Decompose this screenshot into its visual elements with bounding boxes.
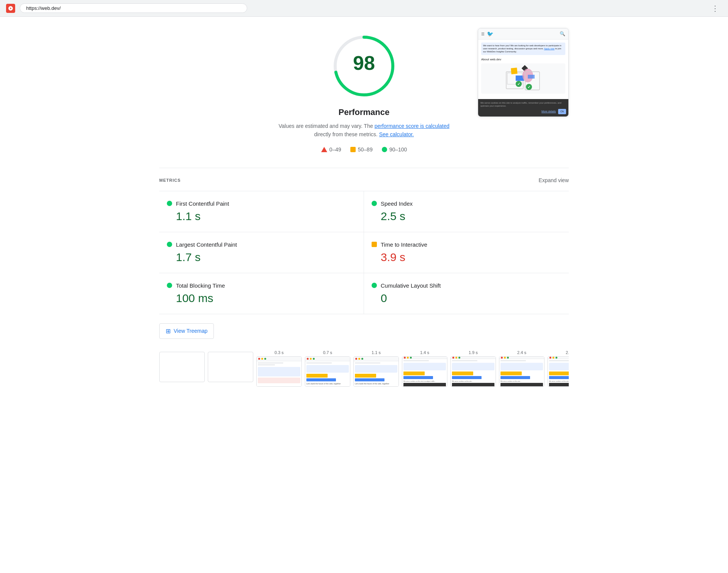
hamburger-icon: ☰: [481, 32, 485, 36]
frame-thumb-5: We serve cookies on this site to analyze…: [402, 356, 447, 387]
frame-thumb-7: We serve cookies on this site...: [499, 356, 544, 387]
frame-time-5: 1.4 s: [402, 350, 447, 355]
metric-cls-name-row: Cumulative Layout Shift: [372, 282, 561, 289]
filmstrip-frame-8: 2.9 s We serve cookies on this site...: [548, 350, 569, 387]
si-label: Speed Index: [381, 200, 413, 207]
frame-thumb-0: [159, 352, 205, 382]
cls-value: 0: [372, 292, 561, 305]
tti-status-dot: [372, 242, 377, 247]
score-circle-container: 98: [330, 32, 398, 101]
green-circle-icon: [382, 147, 387, 152]
frame-time-4: 1.1 s: [353, 350, 399, 355]
frame-thumb-2: [256, 356, 302, 387]
score-section: 98 Performance Values are estimated and …: [159, 32, 569, 153]
fcp-label: First Contentful Paint: [176, 200, 229, 207]
section-divider: [159, 168, 569, 168]
si-status-dot: [372, 201, 377, 206]
legend-item-green: 90–100: [382, 146, 407, 153]
si-value: 2.5 s: [372, 210, 561, 223]
filmstrip-frame-4: 1.1 s Let's build the future of the web,…: [353, 350, 399, 387]
browser-chrome: https://web.dev/ ⋮: [0, 0, 728, 17]
fcp-status-dot: [167, 201, 172, 206]
tbt-status-dot: [167, 283, 172, 288]
metrics-title: METRICS: [159, 178, 181, 183]
preview-footer: We serve cookies on this site to analyze…: [478, 99, 568, 117]
metric-lcp: Largest Contentful Paint 1.7 s: [159, 232, 364, 273]
svg-rect-14: [528, 75, 535, 79]
filmstrip-frame-1: [208, 350, 253, 387]
frame-time-7: 2.4 s: [499, 350, 544, 355]
cookie-ok-button[interactable]: Ok: [558, 109, 566, 114]
browser-menu-button[interactable]: ⋮: [708, 2, 722, 14]
performance-score-link[interactable]: performance score is calculated: [375, 123, 450, 129]
preview-illustration: ✓ ✓: [481, 63, 565, 94]
metrics-header: METRICS Expand view: [159, 177, 569, 183]
frame-time-6: 1.9 s: [450, 350, 496, 355]
view-treemap-button[interactable]: ⊞ View Treemap: [159, 323, 214, 339]
url-bar[interactable]: https://web.dev/: [20, 3, 247, 13]
lcp-status-dot: [167, 242, 172, 247]
frame-thumb-4: Let's build the future of the web, toget…: [353, 356, 399, 387]
metric-tti: Time to Interactive 3.9 s: [364, 232, 569, 273]
frame-time-3: 0.7 s: [305, 350, 350, 355]
page-content: 98 Performance Values are estimated and …: [136, 17, 592, 406]
metric-tti-name-row: Time to Interactive: [372, 241, 561, 248]
frame-time-2: 0.3 s: [256, 350, 302, 355]
see-calculator-link[interactable]: See calculator.: [379, 131, 414, 137]
fcp-value: 1.1 s: [167, 210, 356, 223]
metric-fcp-name-row: First Contentful Paint: [167, 200, 356, 207]
filmstrip: 0.3 s 0.7 s: [159, 350, 569, 390]
metrics-grid: First Contentful Paint 1.1 s Speed Index…: [159, 191, 569, 314]
filmstrip-frame-0: [159, 350, 205, 387]
score-circle-svg: 98: [330, 32, 398, 100]
frame-thumb-1: [208, 352, 253, 382]
treemap-label: View Treemap: [174, 328, 207, 334]
cls-label: Cumulative Layout Shift: [381, 282, 441, 289]
frame-thumb-3: Let's build the future of the web, toget…: [305, 356, 350, 387]
treemap-icon: ⊞: [166, 327, 171, 335]
frame-thumb-8: We serve cookies on this site...: [548, 356, 569, 387]
metric-cls: Cumulative Layout Shift 0: [364, 273, 569, 314]
expand-view-button[interactable]: Expand view: [539, 177, 569, 183]
site-preview: ☰ 🐦 🔍 We want to hear from you! We are l…: [478, 28, 569, 117]
tti-value: 3.9 s: [372, 251, 561, 264]
orange-square-icon: [350, 147, 356, 152]
lcp-value: 1.7 s: [167, 251, 356, 264]
svg-text:✓: ✓: [527, 85, 530, 89]
filmstrip-frame-2: 0.3 s: [256, 350, 302, 387]
metric-speed-index: Speed Index 2.5 s: [364, 191, 569, 232]
metric-si-name-row: Speed Index: [372, 200, 561, 207]
frame-thumb-6: We serve cookies on this site...: [450, 356, 496, 387]
tbt-label: Total Blocking Time: [176, 282, 225, 289]
legend-item-red: 0–49: [321, 146, 341, 153]
filmstrip-frame-3: 0.7 s Let's build the future of the web,…: [305, 350, 350, 387]
metric-tbt-name-row: Total Blocking Time: [167, 282, 356, 289]
tbt-value: 100 ms: [167, 292, 356, 305]
metric-fcp: First Contentful Paint 1.1 s: [159, 191, 364, 232]
more-details-link[interactable]: More details: [541, 110, 556, 113]
svg-rect-5: [511, 68, 517, 74]
frame-time-8: 2.9 s: [548, 350, 569, 355]
tti-label: Time to Interactive: [381, 241, 427, 248]
browser-app-icon: [6, 4, 15, 13]
preview-banner: We want to hear from you! We are looking…: [481, 43, 565, 55]
legend-item-orange: 50–89: [350, 146, 373, 153]
svg-text:✓: ✓: [517, 82, 520, 86]
score-legend: 0–49 50–89 90–100: [159, 146, 569, 153]
red-triangle-icon: [321, 147, 327, 152]
webdev-logo-icon: 🐦: [487, 31, 493, 37]
preview-body: We want to hear from you! We are looking…: [478, 39, 568, 99]
filmstrip-frame-6: 1.9 s We serve cookies on this site...: [450, 350, 496, 387]
preview-header: ☰ 🐦 🔍: [478, 28, 568, 39]
score-description: Values are estimated and may vary. The p…: [277, 122, 451, 139]
metric-tbt: Total Blocking Time 100 ms: [159, 273, 364, 314]
lcp-label: Largest Contentful Paint: [176, 241, 237, 248]
filmstrip-frame-7: 2.4 s We serve cookies on this site...: [499, 350, 544, 387]
preview-about-label: About web.dev: [481, 57, 565, 61]
svg-text:98: 98: [353, 52, 375, 74]
search-icon: 🔍: [560, 31, 565, 36]
metric-lcp-name-row: Largest Contentful Paint: [167, 241, 356, 248]
filmstrip-frame-5: 1.4 s We serve cookies on this site to a…: [402, 350, 447, 387]
cls-status-dot: [372, 283, 377, 288]
